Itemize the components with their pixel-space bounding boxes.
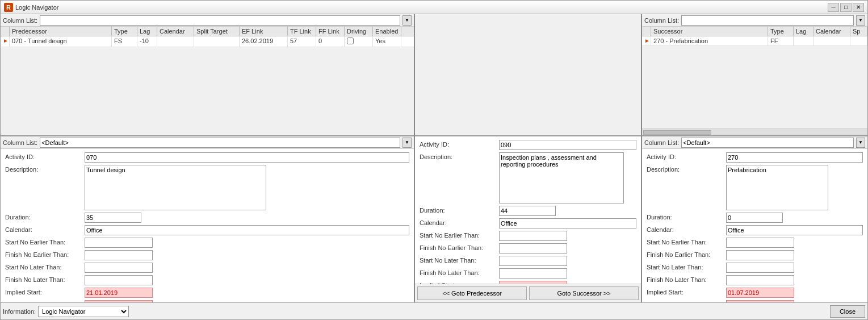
center-duration-input[interactable]	[499, 206, 556, 216]
succ-description-input[interactable]: Prefabrication	[726, 165, 828, 210]
center-finish-no-earlier-label: Finish No Earlier Than:	[420, 243, 499, 251]
maximize-button[interactable]: □	[840, 3, 852, 12]
pred-duration-input[interactable]	[85, 213, 141, 223]
pred-row-ef-link: 26.02.2019	[240, 36, 288, 47]
succ-col-list-label: Column List:	[644, 17, 679, 24]
pred-start-no-later-input[interactable]	[85, 263, 153, 273]
succ-activity-id-label: Activity ID:	[647, 152, 726, 160]
pred-detail-col-bar: Column List: ▼	[1, 136, 414, 149]
succ-implied-start-input[interactable]	[726, 288, 794, 298]
succ-duration-input[interactable]	[726, 213, 783, 223]
succ-table-body: ► 270 - Prefabrication FF	[642, 36, 867, 128]
pred-calendar-input[interactable]	[85, 225, 409, 235]
pred-start-no-earlier-label: Start No Earlier Than:	[5, 238, 85, 246]
succ-th-lag: Lag	[794, 27, 814, 36]
pred-finish-no-earlier-input[interactable]	[85, 250, 153, 260]
pred-row-tf-link: 57	[288, 36, 316, 47]
center-description-input[interactable]: Inspection plans , assessment and report…	[499, 152, 624, 203]
pred-start-no-earlier-input[interactable]	[85, 238, 153, 248]
pred-detail-col-dropdown[interactable]: ▼	[402, 138, 412, 148]
center-start-no-earlier-input[interactable]	[499, 231, 567, 241]
bottom-info-select[interactable]: Logic Navigator	[38, 306, 129, 317]
succ-start-no-earlier-row: Start No Earlier Than:	[647, 238, 863, 248]
pred-row-calendar	[157, 36, 194, 47]
center-activity-id-row: Activity ID:	[420, 140, 636, 150]
center-finish-no-later-label: Finish No Later Than:	[420, 268, 499, 276]
pred-form-area: Activity ID: Description: Tunnel design …	[1, 149, 414, 302]
center-start-no-earlier-label: Start No Earlier Than:	[420, 231, 499, 239]
succ-calendar-input[interactable]	[726, 225, 863, 235]
window-controls: ─ □ ✕	[828, 3, 864, 12]
succ-calendar-label: Calendar:	[647, 225, 726, 233]
succ-description-row: Description: Prefabrication	[647, 165, 863, 210]
succ-finish-no-earlier-input[interactable]	[726, 250, 794, 260]
pred-row-predecessor: 070 - Tunnel design	[10, 36, 112, 47]
pred-column-list-bar: Column List: ▼	[1, 14, 414, 27]
pred-activity-id-input[interactable]	[85, 152, 409, 163]
successor-table-section: Column List: ▼ Successor Type Lag Calend…	[642, 14, 867, 136]
pred-calendar-label: Calendar:	[5, 225, 85, 233]
pred-finish-no-later-row: Finish No Later Than:	[5, 275, 409, 285]
close-window-button[interactable]: ✕	[853, 3, 864, 12]
succ-row-calendar	[814, 36, 850, 45]
center-activity-id-input[interactable]	[499, 140, 636, 150]
center-start-no-earlier-row: Start No Earlier Than:	[420, 231, 636, 241]
center-activity-id-label: Activity ID:	[420, 140, 499, 148]
pred-description-input[interactable]: Tunnel design	[85, 165, 266, 210]
succ-start-no-later-row: Start No Later Than:	[647, 263, 863, 273]
pred-activity-id-label: Activity ID:	[5, 152, 85, 160]
pred-col-list-label: Column List:	[3, 17, 37, 24]
succ-duration-label: Duration:	[647, 213, 726, 221]
pred-col-list-input[interactable]	[40, 15, 400, 26]
center-calendar-input[interactable]	[499, 218, 636, 228]
pred-th-arrow	[1, 27, 10, 36]
succ-column-list-bar: Column List: ▼	[642, 14, 867, 27]
succ-start-no-later-input[interactable]	[726, 263, 794, 273]
app-icon: R	[4, 3, 13, 12]
succ-col-list-dropdown[interactable]: ▼	[856, 15, 865, 26]
pred-description-label: Description:	[5, 165, 85, 173]
succ-th-type: Type	[768, 27, 794, 36]
pred-row-driving	[345, 36, 373, 47]
pred-finish-no-later-input[interactable]	[85, 275, 153, 285]
pred-activity-id-row: Activity ID:	[5, 152, 409, 163]
pred-duration-row: Duration:	[5, 213, 409, 223]
center-description-label: Description:	[420, 152, 499, 160]
succ-row-lag	[794, 36, 814, 45]
succ-detail-col-dropdown[interactable]: ▼	[856, 138, 865, 148]
succ-start-no-earlier-input[interactable]	[726, 238, 794, 248]
pred-implied-start-input[interactable]	[85, 288, 153, 298]
center-duration-label: Duration:	[420, 206, 499, 214]
center-form: Activity ID: Description: Inspection pla…	[415, 136, 641, 284]
pred-finish-no-earlier-label: Finish No Earlier Than:	[5, 250, 85, 258]
goto-successor-button[interactable]: Goto Successor >>	[529, 286, 639, 300]
pred-th-ef-link: EF Link	[240, 27, 288, 36]
pred-th-ff-link: FF Link	[316, 27, 345, 36]
center-spacer	[415, 14, 641, 136]
succ-detail-col-input[interactable]	[681, 138, 854, 148]
pred-table-header: Predecessor Type Lag Calendar Split Targ…	[1, 27, 414, 36]
succ-table-header: Successor Type Lag Calendar Sp	[642, 27, 867, 36]
succ-finish-no-later-label: Finish No Later Than:	[647, 275, 726, 283]
goto-predecessor-button[interactable]: << Goto Predecessor	[417, 286, 527, 300]
pred-implied-start-label: Implied Start:	[5, 288, 85, 296]
succ-scrollbar[interactable]	[642, 128, 867, 135]
minimize-button[interactable]: ─	[828, 3, 839, 12]
pred-detail-col-input[interactable]	[40, 138, 400, 148]
pred-row-driving-check[interactable]	[347, 38, 354, 44]
succ-finish-no-later-input[interactable]	[726, 275, 794, 285]
close-button[interactable]: Close	[830, 305, 865, 318]
pred-finish-no-earlier-row: Finish No Earlier Than:	[5, 250, 409, 260]
pred-row-type: FS	[112, 36, 137, 47]
center-finish-no-earlier-input[interactable]	[499, 243, 567, 253]
pred-th-type: Type	[112, 27, 137, 36]
succ-col-list-input[interactable]	[681, 15, 854, 26]
pred-col-list-dropdown[interactable]: ▼	[402, 15, 412, 26]
center-start-no-later-input[interactable]	[499, 256, 567, 266]
center-finish-no-later-input[interactable]	[499, 268, 567, 279]
succ-scroll-thumb[interactable]	[643, 130, 711, 135]
pred-table-row[interactable]: ► 070 - Tunnel design FS -10 26.02.2019 …	[1, 36, 414, 47]
succ-table-row[interactable]: ► 270 - Prefabrication FF	[642, 36, 867, 46]
pred-implied-start-row: Implied Start:	[5, 288, 409, 298]
succ-activity-id-input[interactable]	[726, 152, 863, 163]
